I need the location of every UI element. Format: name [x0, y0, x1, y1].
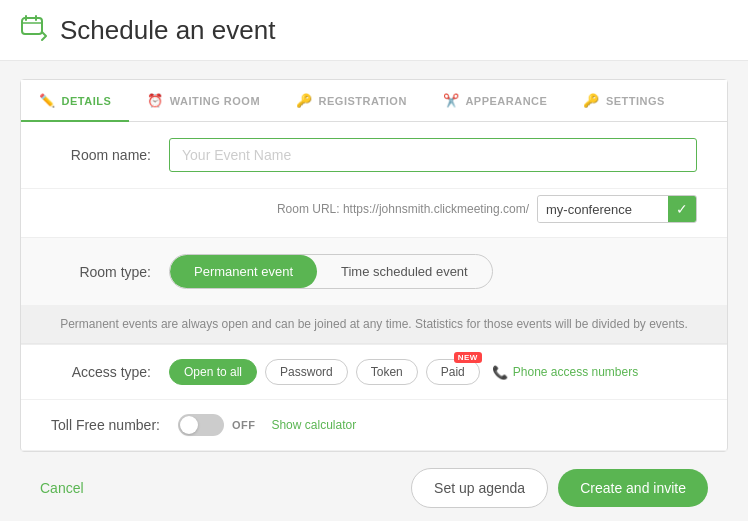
room-type-row: Room type: Permanent event Time schedule…	[21, 238, 727, 305]
permanent-event-button[interactable]: Permanent event	[170, 255, 317, 288]
tab-settings-label: SETTINGS	[606, 95, 665, 107]
room-name-input[interactable]	[169, 138, 697, 172]
phone-link-label: Phone access numbers	[513, 365, 638, 379]
footer-right-buttons: Set up agenda Create and invite	[411, 468, 708, 508]
access-paid-wrapper: Paid NEW	[426, 359, 480, 385]
tab-waiting-room[interactable]: ⏰ WAITING ROOM	[129, 81, 278, 122]
access-type-label: Access type:	[51, 364, 151, 380]
create-and-invite-button[interactable]: Create and invite	[558, 469, 708, 507]
toggle-knob	[180, 416, 198, 434]
setup-agenda-button[interactable]: Set up agenda	[411, 468, 548, 508]
tab-details-label: DETAILS	[62, 95, 112, 107]
access-type-section: Access type: Open to all Password Token …	[21, 345, 727, 400]
time-scheduled-event-button[interactable]: Time scheduled event	[317, 255, 492, 288]
tab-details[interactable]: ✏️ DETAILS	[21, 81, 129, 122]
toggle-state-label: OFF	[232, 419, 256, 431]
svg-rect-0	[22, 18, 42, 34]
toll-free-label: Toll Free number:	[51, 417, 160, 433]
tab-appearance-label: APPEARANCE	[465, 95, 547, 107]
page-title: Schedule an event	[60, 15, 275, 46]
appearance-tab-icon: ✂️	[443, 93, 460, 108]
tab-waiting-room-label: WAITING ROOM	[170, 95, 260, 107]
phone-icon: 📞	[492, 365, 508, 380]
phone-access-link[interactable]: 📞 Phone access numbers	[492, 365, 638, 380]
room-type-label: Room type:	[51, 264, 151, 280]
form-footer: Cancel Set up agenda Create and invite	[20, 452, 728, 521]
cancel-button[interactable]: Cancel	[40, 480, 84, 496]
room-url-input-wrapper: ✓	[537, 195, 697, 223]
access-type-buttons: Open to all Password Token Paid NEW 📞 Ph…	[169, 359, 638, 385]
toll-free-toggle[interactable]	[178, 414, 224, 436]
waiting-room-tab-icon: ⏰	[147, 93, 164, 108]
tab-settings[interactable]: 🔑 SETTINGS	[565, 81, 683, 122]
room-url-row: Room URL: https://johnsmith.clickmeeting…	[21, 189, 727, 237]
registration-tab-icon: 🔑	[296, 93, 313, 108]
page-header: Schedule an event	[0, 0, 748, 61]
tab-registration-label: REGISTRATION	[319, 95, 407, 107]
access-token-button[interactable]: Token	[356, 359, 418, 385]
details-tab-icon: ✏️	[39, 93, 56, 108]
toll-free-toggle-wrapper: OFF Show calculator	[178, 414, 356, 436]
schedule-icon	[20, 14, 48, 46]
tab-registration[interactable]: 🔑 REGISTRATION	[278, 81, 425, 122]
access-type-row: Access type: Open to all Password Token …	[21, 345, 727, 399]
room-name-field-group	[169, 138, 697, 172]
toll-free-row: Toll Free number: OFF Show calculator	[21, 400, 727, 451]
room-name-label: Room name:	[51, 147, 151, 163]
tab-appearance[interactable]: ✂️ APPEARANCE	[425, 81, 566, 122]
room-type-buttons: Permanent event Time scheduled event	[169, 254, 493, 289]
show-calculator-link[interactable]: Show calculator	[271, 418, 356, 432]
form-card: ✏️ DETAILS ⏰ WAITING ROOM 🔑 REGISTRATION…	[20, 79, 728, 452]
tabs-bar: ✏️ DETAILS ⏰ WAITING ROOM 🔑 REGISTRATION…	[21, 80, 727, 122]
form-body: Room name: Room URL: https://johnsmith.c…	[21, 122, 727, 451]
room-url-check-icon: ✓	[668, 196, 696, 222]
room-url-label: Room URL: https://johnsmith.clickmeeting…	[277, 202, 529, 216]
access-open-to-all-button[interactable]: Open to all	[169, 359, 257, 385]
main-content: ✏️ DETAILS ⏰ WAITING ROOM 🔑 REGISTRATION…	[0, 61, 748, 521]
settings-tab-icon: 🔑	[583, 93, 600, 108]
room-type-section: Room type: Permanent event Time schedule…	[21, 237, 727, 345]
page-wrapper: Schedule an event ✏️ DETAILS ⏰ WAITING R…	[0, 0, 748, 521]
room-name-row: Room name:	[21, 122, 727, 189]
room-url-input[interactable]	[538, 197, 668, 222]
access-password-button[interactable]: Password	[265, 359, 348, 385]
permanent-event-info: Permanent events are always open and can…	[21, 305, 727, 344]
new-badge: NEW	[454, 352, 482, 363]
